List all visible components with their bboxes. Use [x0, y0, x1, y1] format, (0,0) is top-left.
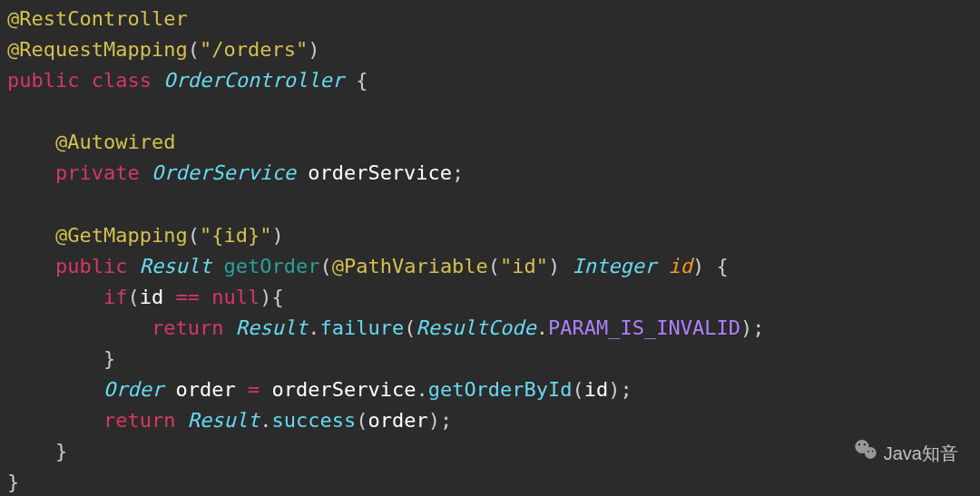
brace: }: [7, 471, 19, 493]
return-type: Result: [140, 255, 211, 277]
svg-point-4: [867, 451, 869, 452]
paren: ): [740, 316, 752, 339]
paren: ): [428, 409, 440, 432]
keyword: if: [103, 286, 128, 308]
semicolon: ;: [452, 161, 464, 184]
svg-point-1: [865, 447, 877, 459]
semicolon: ;: [621, 378, 632, 401]
paren: (: [188, 38, 200, 61]
constant: PARAM_IS_INVALID: [548, 316, 740, 339]
brace: {: [356, 69, 368, 92]
annotation: @RequestMapping: [7, 38, 188, 61]
code-block: @RestController @RequestMapping("/orders…: [0, 0, 980, 496]
keyword: public: [55, 255, 127, 277]
dot: .: [416, 378, 427, 401]
string-literal: "/orders": [200, 38, 308, 61]
watermark-text: Java知音: [884, 440, 958, 468]
type: Result: [236, 316, 308, 339]
paren: ): [271, 224, 283, 247]
paren: (: [488, 255, 500, 277]
paren: (: [127, 286, 139, 308]
keyword: return: [103, 409, 175, 432]
dot: .: [308, 316, 319, 339]
method-name: getOrder: [223, 255, 319, 277]
type: ResultCode: [416, 316, 535, 339]
brace: }: [55, 440, 67, 462]
semicolon: ;: [440, 409, 452, 432]
method-call: getOrderById: [428, 378, 573, 401]
object: orderService: [271, 378, 416, 401]
operator: ==: [175, 286, 200, 308]
string-literal: "id": [500, 255, 548, 277]
paren: (: [404, 316, 416, 339]
wechat-icon: [853, 437, 878, 471]
method-call: failure: [319, 316, 404, 339]
keyword: private: [55, 161, 140, 184]
dot: .: [260, 409, 271, 432]
string-literal: "{id}": [200, 224, 271, 247]
svg-point-2: [858, 443, 860, 445]
paren: (: [356, 409, 368, 432]
paren: ): [692, 255, 704, 277]
field-name: orderService: [308, 161, 452, 184]
dot: .: [536, 316, 548, 339]
type: Order: [103, 378, 163, 401]
paren: (: [319, 255, 331, 277]
param-type: Integer: [573, 255, 657, 277]
brace: {: [717, 255, 729, 277]
keyword: return: [152, 316, 223, 339]
annotation: @Autowired: [55, 131, 175, 153]
variable: order: [175, 378, 235, 401]
keyword: public: [7, 69, 79, 92]
paren: ): [548, 255, 560, 277]
param-name: id: [669, 255, 693, 277]
keyword-null: null: [211, 286, 260, 308]
keyword: class: [92, 69, 152, 92]
svg-point-3: [863, 443, 865, 445]
semicolon: ;: [752, 316, 764, 339]
class-name: OrderController: [163, 69, 344, 92]
type: Result: [188, 409, 260, 432]
watermark: Java知音: [853, 437, 958, 471]
argument: id: [584, 378, 609, 401]
brace: }: [103, 347, 115, 370]
annotation: @RestController: [7, 7, 188, 30]
annotation: @GetMapping: [55, 224, 188, 247]
paren: (: [188, 224, 200, 247]
paren: ): [608, 378, 620, 401]
annotation: @PathVariable: [332, 255, 488, 277]
paren: ): [308, 38, 319, 61]
paren: ): [260, 286, 271, 308]
type: OrderService: [152, 161, 296, 184]
brace: {: [271, 286, 283, 308]
operator: =: [248, 378, 260, 401]
paren: (: [573, 378, 584, 401]
argument: order: [368, 409, 427, 432]
method-call: success: [271, 409, 356, 432]
svg-point-5: [871, 451, 873, 452]
variable: id: [140, 286, 176, 308]
